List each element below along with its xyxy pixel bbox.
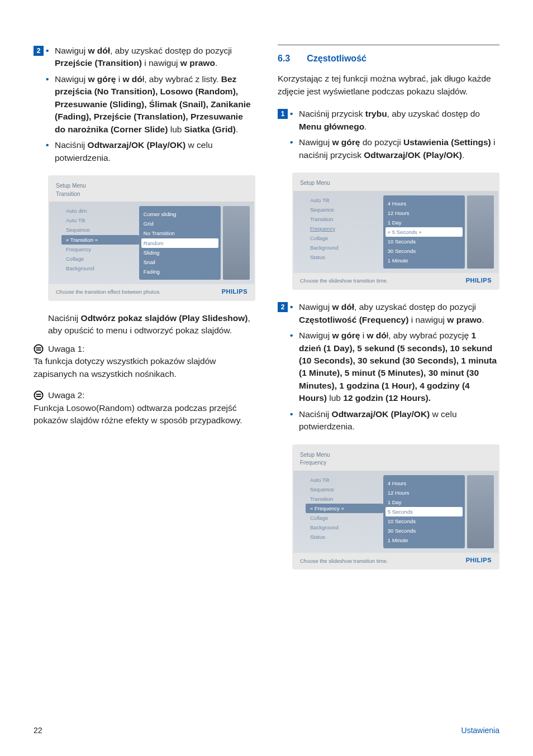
svg-point-3 — [34, 391, 42, 400]
section-heading: 6.3 Częstotliwość — [278, 45, 499, 65]
step-2-block-right: 2 Nawiguj w dół, aby uzyskać dostęp do p… — [278, 301, 499, 437]
ui-preview-photo — [467, 475, 494, 549]
ui-hint: Choose the slideshow transition time. — [300, 277, 388, 285]
rstep2-bullet-2: Nawiguj w górę i w dół, aby wybrać pozyc… — [290, 329, 499, 405]
left-column: 2 Nawiguj w dół, aby uzyskać dostęp do p… — [34, 45, 255, 581]
footer-section: Ustawienia — [461, 725, 499, 736]
ui-preview-photo — [467, 195, 494, 269]
ui-hint: Choose the transition effect between pho… — [56, 288, 161, 296]
section-number: 6.3 — [278, 52, 290, 65]
note-1-body: Ta funkcja dotyczy wszystkich pokazów sl… — [34, 355, 255, 380]
step-marker-1: 1 — [278, 109, 288, 119]
ui-left-list: Auto dimAuto TiltSequence« Transition »F… — [54, 206, 139, 280]
rstep2-bullet-1: Nawiguj w dół, aby uzyskać dostęp do poz… — [290, 301, 499, 326]
ui-right-list: Corner slidingGridNo TransitionRandomSli… — [139, 206, 221, 280]
step1-bullet-2: Nawiguj w górę do pozycji Ustawienia (Se… — [290, 136, 499, 161]
page-number: 22 — [34, 725, 42, 736]
ui-header: Setup Menu Frequency — [292, 450, 499, 471]
ui-header: Setup Menu Transition — [48, 181, 255, 202]
ui-hint: Choose the slideshow transition time. — [300, 557, 388, 565]
right-column: 6.3 Częstotliwość Korzystając z tej funk… — [278, 45, 499, 581]
step2-bullet-3: Naciśnij Odtwarzaj/OK (Play/OK) w celu p… — [46, 139, 255, 164]
ui-screenshot-transition: Setup Menu Transition Auto dimAuto TiltS… — [48, 175, 255, 301]
step-marker-2: 2 — [34, 46, 44, 56]
note-1-head: Uwaga 1: — [34, 343, 255, 355]
ui-screenshot-frequency-top: Setup Menu Auto TiltSequenceTransitionFr… — [292, 173, 499, 290]
note-icon — [34, 344, 44, 354]
note-1-title: Uwaga 1: — [48, 343, 84, 355]
step1-bullet-1: Naciśnij przycisk trybu, aby uzyskać dos… — [290, 108, 499, 133]
section-intro: Korzystając z tej funkcji można wybrać, … — [278, 73, 499, 98]
section-title: Częstotliwość — [307, 52, 367, 65]
svg-rect-4 — [36, 394, 41, 395]
philips-logo: PHILIPS — [222, 288, 248, 296]
note-2-body: Funkcja Losowo(Random) odtwarza podczas … — [34, 402, 255, 427]
step2-bullet-1: Nawiguj w dół, aby uzyskać dostęp do poz… — [46, 45, 255, 70]
svg-rect-5 — [36, 396, 41, 397]
step-2-block: 2 Nawiguj w dół, aby uzyskać dostęp do p… — [34, 45, 255, 168]
ui-preview-photo — [223, 206, 250, 280]
rstep2-bullet-3: Naciśnij Odtwarzaj/OK (Play/OK) w celu p… — [290, 408, 499, 433]
note-icon — [34, 390, 44, 400]
step-marker-2: 2 — [278, 302, 288, 312]
philips-logo: PHILIPS — [466, 556, 492, 565]
note-2-title: Uwaga 2: — [48, 389, 84, 401]
post-ui-paragraph: Naciśnij Odtwórz pokaz slajdów (Play Sli… — [48, 312, 255, 337]
ui-header: Setup Menu — [292, 178, 499, 191]
ui-left-list: Auto TiltSequenceTransitionFrequencyColl… — [298, 195, 383, 269]
step2-bullet-2: Nawiguj w górę i w dół, aby wybrać z lis… — [46, 73, 255, 136]
ui-right-list: 4 Hours12 Hours1 Day« 5 Seconds »10 Seco… — [383, 195, 465, 269]
page-footer: 22 Ustawienia — [34, 725, 499, 736]
svg-point-0 — [34, 344, 42, 353]
svg-rect-2 — [36, 350, 41, 351]
svg-rect-1 — [36, 347, 41, 348]
philips-logo: PHILIPS — [466, 276, 492, 285]
step-1-block: 1 Naciśnij przycisk trybu, aby uzyskać d… — [278, 108, 499, 165]
ui-right-list: 4 Hours12 Hours1 Day5 Seconds10 Seconds3… — [383, 475, 465, 549]
note-2-head: Uwaga 2: — [34, 389, 255, 401]
ui-screenshot-frequency-bottom: Setup Menu Frequency Auto TiltSequenceTr… — [292, 444, 499, 570]
ui-left-list: Auto TiltSequenceTransition« Frequency »… — [298, 475, 383, 549]
